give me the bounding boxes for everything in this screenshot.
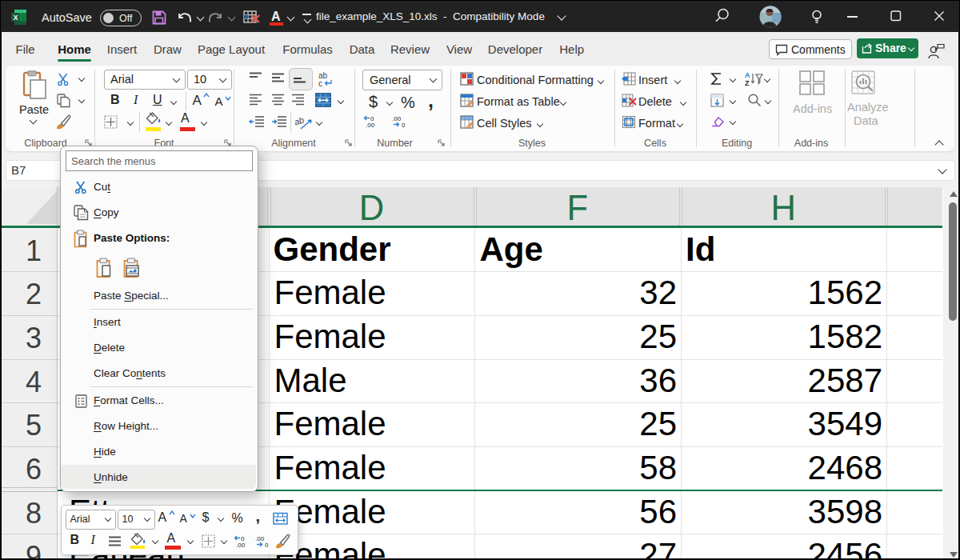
svg-text:ab: ab [295,115,306,127]
svg-text:c: c [318,79,322,87]
svg-text:0: 0 [265,542,269,549]
svg-text:.00: .00 [255,535,265,542]
svg-text:Z: Z [745,79,750,86]
svg-text:.00: .00 [366,122,375,129]
svg-text:.00: .00 [236,542,246,549]
svg-text:X: X [13,14,18,22]
svg-text:A: A [745,71,750,79]
svg-text:0: 0 [402,122,406,129]
svg-text:.00: .00 [392,115,402,122]
